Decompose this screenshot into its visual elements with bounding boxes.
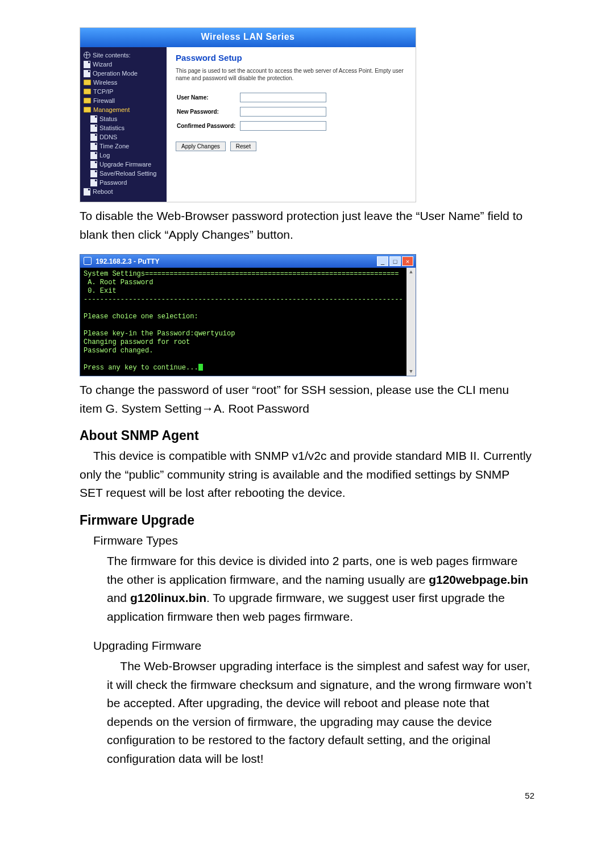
- putty-icon: [84, 257, 92, 265]
- scroll-down-icon[interactable]: ▼: [406, 367, 416, 376]
- sidebar-item-label: Save/Reload Setting: [99, 169, 156, 178]
- site-contents-label: Site contents:: [82, 51, 164, 60]
- sidebar-item-upgrade-firmware[interactable]: Upgrade Firmware: [82, 160, 164, 169]
- sidebar-item-label: Wireless: [93, 78, 117, 87]
- sidebar-item-statistics[interactable]: Statistics: [82, 123, 164, 132]
- document-icon: [90, 124, 97, 132]
- password-setup-desc: This page is used to set the account to …: [176, 67, 406, 82]
- document-icon: [90, 115, 97, 123]
- putty-titlebar: 192.168.2.3 - PuTTY _ □ ×: [80, 255, 416, 268]
- new-password-input[interactable]: [240, 107, 326, 117]
- sidebar-item-label: Management: [93, 105, 130, 114]
- putty-title: 192.168.2.3 - PuTTY: [84, 257, 159, 265]
- doc-paragraph: To disable the Web-Browser password prot…: [80, 207, 534, 244]
- reset-button[interactable]: Reset: [230, 142, 256, 151]
- router-admin-panel: Wireless LAN Series Site contents: Wizar…: [80, 27, 416, 202]
- minimize-button[interactable]: _: [377, 256, 388, 266]
- user-name-label: User Name:: [177, 91, 239, 104]
- document-icon: [90, 170, 97, 177]
- terminal-cursor: [198, 364, 203, 371]
- folder-icon: [84, 107, 91, 113]
- sidebar-item-wireless[interactable]: Wireless: [82, 78, 164, 87]
- folder-icon: [84, 89, 91, 94]
- document-icon: [90, 179, 97, 186]
- sidebar-item-management[interactable]: Management: [82, 105, 164, 114]
- sidebar-item-label: DDNS: [99, 132, 117, 142]
- new-password-label: New Password:: [177, 105, 239, 118]
- maximize-button[interactable]: □: [389, 256, 401, 266]
- scroll-up-icon[interactable]: ▲: [406, 268, 416, 276]
- subheading-upgrading-firmware: Upgrading Firmware: [80, 637, 534, 655]
- sidebar-item-wizard[interactable]: Wizard: [82, 60, 164, 69]
- confirmed-password-label: Confirmed Password:: [177, 119, 239, 132]
- sidebar-item-label: Upgrade Firmware: [99, 160, 151, 169]
- firmware-filename: g120webpage.bin: [429, 573, 528, 586]
- document-icon: [90, 161, 97, 168]
- sidebar-item-label: Statistics: [99, 123, 125, 132]
- sidebar-item-label: Time Zone: [99, 142, 129, 151]
- section-heading-about-snmp: About SNMP Agent: [80, 428, 534, 443]
- router-sidebar: Site contents: Wizard Operation Mode Wir…: [80, 47, 167, 202]
- sidebar-item-firewall[interactable]: Firewall: [82, 96, 164, 105]
- user-name-input[interactable]: [240, 93, 326, 102]
- document-icon: [84, 70, 90, 77]
- globe-icon: [84, 52, 90, 59]
- sidebar-item-label: Password: [99, 178, 127, 187]
- document-icon: [90, 152, 97, 159]
- document-icon: [84, 188, 90, 196]
- section-heading-firmware-upgrade: Firmware Upgrade: [80, 513, 534, 528]
- document-icon: [84, 61, 90, 68]
- folder-icon: [84, 98, 91, 103]
- sidebar-item-time-zone[interactable]: Time Zone: [82, 142, 164, 151]
- router-main: Password Setup This page is used to set …: [167, 47, 416, 202]
- sidebar-item-label: Reboot: [93, 187, 113, 196]
- sidebar-item-label: Status: [99, 114, 117, 123]
- sidebar-item-label: Firewall: [93, 96, 115, 105]
- sidebar-item-label: Log: [99, 151, 110, 160]
- sidebar-item-reboot[interactable]: Reboot: [82, 187, 164, 196]
- site-contents-text: Site contents:: [93, 51, 131, 60]
- sidebar-item-label: Wizard: [93, 60, 112, 69]
- sidebar-item-label: TCP/IP: [93, 87, 113, 96]
- document-icon: [90, 143, 97, 150]
- terminal-output: System Settings=========================…: [80, 268, 406, 376]
- text-run: and: [107, 591, 130, 604]
- sidebar-item-password[interactable]: Password: [82, 178, 164, 187]
- doc-paragraph: To change the password of user “root” fo…: [80, 381, 534, 418]
- doc-paragraph: The Web-Browser upgrading interface is t…: [80, 657, 534, 768]
- sidebar-item-operation-mode[interactable]: Operation Mode: [82, 69, 164, 78]
- sidebar-item-log[interactable]: Log: [82, 151, 164, 160]
- sidebar-item-save-reload-setting[interactable]: Save/Reload Setting: [82, 169, 164, 178]
- confirmed-password-input[interactable]: [240, 121, 326, 131]
- sidebar-item-tcpip[interactable]: TCP/IP: [82, 87, 164, 96]
- scrollbar[interactable]: ▲ ▼: [406, 268, 416, 376]
- subheading-firmware-types: Firmware Types: [80, 531, 534, 550]
- terminal-text: System Settings=========================…: [84, 270, 403, 372]
- doc-paragraph: The firmware for this device is divided …: [80, 552, 534, 626]
- firmware-filename: g120linux.bin: [130, 591, 206, 604]
- apply-changes-button[interactable]: Apply Changes: [176, 142, 226, 151]
- page-number: 52: [80, 791, 534, 802]
- sidebar-item-status[interactable]: Status: [82, 114, 164, 123]
- sidebar-item-label: Operation Mode: [93, 69, 138, 78]
- close-button[interactable]: ×: [402, 256, 413, 266]
- document-icon: [90, 134, 97, 141]
- sidebar-item-ddns[interactable]: DDNS: [82, 132, 164, 142]
- router-header: Wireless LAN Series: [80, 28, 416, 47]
- folder-icon: [84, 80, 91, 85]
- password-setup-title: Password Setup: [176, 53, 406, 63]
- putty-window: 192.168.2.3 - PuTTY _ □ × System Setting…: [80, 254, 416, 376]
- doc-paragraph: This device is compatible with SNMP v1/v…: [80, 447, 534, 502]
- putty-title-text: 192.168.2.3 - PuTTY: [96, 258, 159, 265]
